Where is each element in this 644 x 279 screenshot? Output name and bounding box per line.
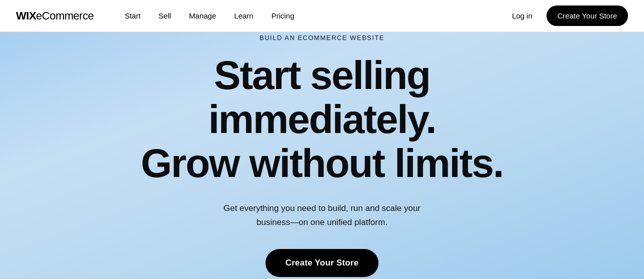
hero-subtext: Get everything you need to build, run an… (222, 202, 422, 228)
create-store-hero-button[interactable]: Create Your Store (266, 249, 378, 277)
hero-eyebrow: BUILD AN ECOMMERCE WEBSITE (260, 34, 384, 42)
nav-link-start[interactable]: Start (118, 8, 148, 24)
navbar: WIX eCommerce Start Sell Manage Learn Pr… (0, 0, 644, 32)
logo[interactable]: WIX eCommerce (16, 10, 94, 22)
login-button[interactable]: Log in (506, 8, 538, 24)
nav-links: Start Sell Manage Learn Pricing (118, 8, 506, 24)
hero-headline: Start selling immediately. Grow without … (97, 54, 547, 186)
nav-link-learn[interactable]: Learn (227, 8, 260, 24)
nav-link-pricing[interactable]: Pricing (264, 8, 302, 24)
nav-link-manage[interactable]: Manage (182, 8, 223, 24)
nav-link-sell[interactable]: Sell (152, 8, 178, 24)
hero-section: BUILD AN ECOMMERCE WEBSITE Start selling… (0, 32, 644, 279)
logo-wix: WIX (16, 10, 36, 22)
create-store-nav-button[interactable]: Create Your Store (546, 6, 628, 26)
logo-ecommerce: eCommerce (36, 10, 94, 22)
nav-actions: Log in Create Your Store (506, 6, 628, 26)
hero-headline-line1: Start selling immediately. (208, 53, 436, 142)
hero-headline-line2: Grow without limits. (141, 141, 503, 186)
